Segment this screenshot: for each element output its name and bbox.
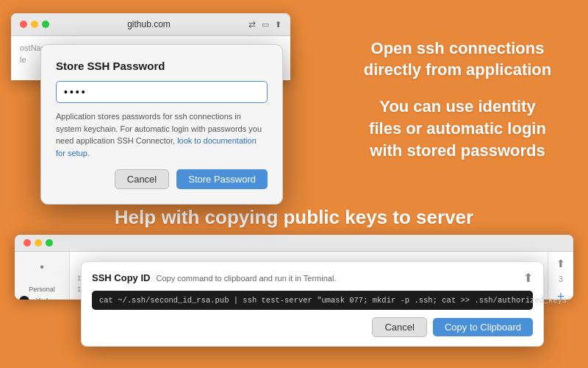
ssh-copy-modal: SSH Copy ID Copy command to clipboard an… [81, 261, 544, 300]
right-action-column: ⬆ 3 + ⚙ [548, 252, 573, 300]
lock-icon: • [40, 261, 44, 274]
top-section: github.com ⇄ ▭ ⬆ ostName le ~/.ss [0, 0, 588, 199]
modal-title: Store SSH Password [56, 60, 268, 72]
feature-text-middle: You can use identity files or automatic … [345, 96, 570, 161]
bottom-minimize-dot[interactable] [35, 239, 42, 247]
right-text-panel-top: Open ssh connections directly from appli… [338, 0, 588, 199]
ssh-command-text: cat ~/.ssh/second_id_rsa.pub | ssh test-… [92, 291, 533, 300]
github-icon [19, 296, 29, 300]
bottom-maximize-dot[interactable] [46, 239, 53, 247]
store-password-modal: Store SSH Password Application stores pa… [40, 44, 283, 205]
store-password-button[interactable]: Store Password [176, 169, 268, 189]
ssh-modal-header: SSH Copy ID Copy command to clipboard an… [92, 271, 533, 285]
left-panel: github.com ⇄ ▭ ⬆ ostName le ~/.ss [0, 0, 338, 199]
bottom-section: • Personal github.com IdentityFile ~/.ss… [0, 235, 588, 300]
browser-url: github.com [127, 19, 171, 29]
bottom-window-dots [24, 239, 53, 247]
middle-heading: Help with copying public keys to server [115, 206, 473, 229]
bottom-browser-window: • Personal github.com IdentityFile ~/.ss… [15, 235, 573, 300]
ssh-copy-title: SSH Copy ID [92, 272, 150, 283]
modal-description: Application stores passwords for ssh con… [56, 110, 268, 159]
modal-buttons: Cancel Store Password [56, 169, 268, 189]
cancel-button[interactable]: Cancel [115, 169, 169, 189]
window-dots [20, 21, 49, 28]
sync-icon[interactable]: ⇄ [248, 19, 256, 29]
bottom-sidebar: • Personal github.com [15, 252, 70, 300]
github-sidebar-item[interactable]: github.com [19, 296, 64, 300]
browser-icons: ⇄ ▭ ⬆ [248, 19, 282, 29]
github-label: github.com [32, 297, 64, 300]
bottom-titlebar [15, 235, 573, 252]
close-dot[interactable] [20, 21, 27, 28]
window-icon[interactable]: ▭ [262, 20, 269, 29]
ssh-copy-description: Copy command to clipboard and run it in … [156, 274, 336, 283]
number-3: 3 [559, 275, 563, 283]
share-icon[interactable]: ⬆ [275, 20, 282, 29]
bottom-body: • Personal github.com IdentityFile ~/.ss… [15, 252, 573, 300]
minimize-dot[interactable] [31, 21, 38, 28]
bottom-close-dot[interactable] [24, 239, 31, 247]
feature-text-top: Open ssh connections directly from appli… [345, 38, 570, 81]
share-right-icon[interactable]: ⬆ [556, 258, 565, 269]
maximize-dot[interactable] [42, 21, 49, 28]
ssh-share-icon[interactable]: ⬆ [523, 271, 533, 285]
ssh-modal-wrapper: SSH Copy ID Copy command to clipboard an… [81, 261, 544, 300]
personal-label: Personal [29, 286, 55, 293]
browser-toolbar: github.com ⇄ ▭ ⬆ [11, 13, 290, 36]
ssh-title-group: SSH Copy ID Copy command to clipboard an… [92, 272, 336, 283]
password-input[interactable] [56, 81, 268, 103]
modal-container: Store SSH Password Application stores pa… [40, 44, 283, 205]
